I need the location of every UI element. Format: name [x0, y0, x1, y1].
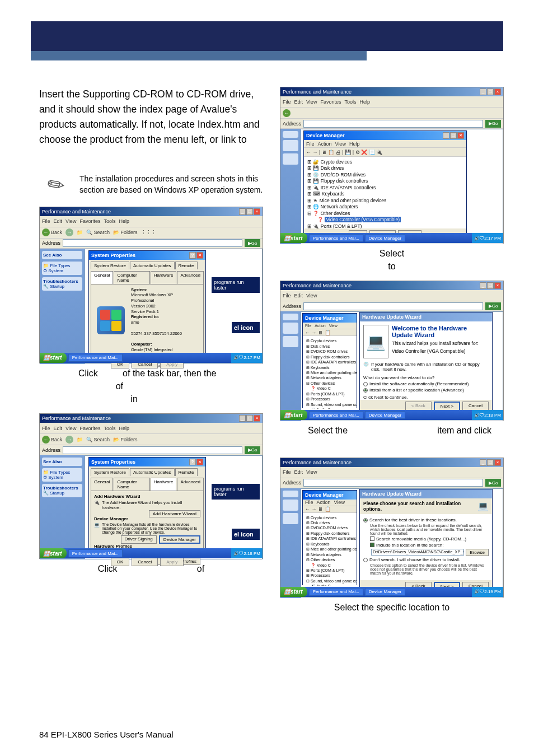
caption-step1: Click of the task bar, then the of in [39, 367, 263, 406]
screenshot-step4: Performance and Maintenance_□× FileEditV… [280, 281, 504, 421]
screenshot-step5: Performance and Maintenance_□× FileEditV… [280, 458, 504, 598]
intro-text: Insert the Supporting CD-ROM to CD-ROM d… [39, 87, 263, 163]
screenshot-step1: Performance and Maintenance_□× FileEditV… [39, 207, 263, 363]
page-footer: 84 EPI-LX800 Series User's Manual [39, 730, 174, 739]
header-banner [31, 21, 503, 60]
start-button: 🪟 start [40, 353, 67, 363]
note-pen-icon: ✎ [32, 162, 79, 209]
caption-step3: Select to [280, 247, 504, 273]
screenshot-step3: Performance and Maintenance_□× FileEditV… [280, 87, 504, 244]
caption-step4: Select the item and click [280, 424, 504, 437]
caption-step5: Select the specific location to [280, 601, 504, 614]
note-text: The installation procedures and screen s… [79, 169, 263, 202]
screenshot-step2: Performance and Maintenance_□× FileEditV… [39, 413, 263, 559]
